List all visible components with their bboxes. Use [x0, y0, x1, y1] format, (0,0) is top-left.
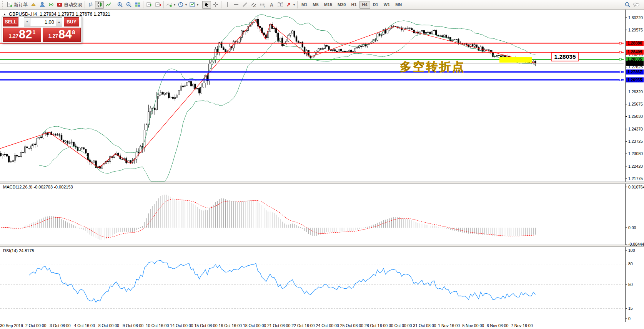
toolbar-separator: [297, 1, 298, 8]
profiles-button[interactable]: [38, 1, 47, 9]
trendline-button[interactable]: [240, 1, 249, 9]
autotrading-button[interactable]: 自动交易: [55, 1, 83, 9]
volume-up-button[interactable]: ▲: [56, 17, 62, 26]
market-watch-button[interactable]: [29, 1, 38, 9]
svg-text:1.30220: 1.30220: [628, 15, 643, 20]
tile-windows-button[interactable]: [133, 1, 142, 9]
buy-price-button[interactable]: 1.27 84 8: [43, 28, 81, 42]
timeframe-button-M30[interactable]: M30: [335, 1, 348, 9]
arrows-button[interactable]: ▾: [285, 1, 296, 9]
timeframe-button-M1[interactable]: M1: [299, 1, 310, 9]
timeframe-button-M5[interactable]: M5: [310, 1, 321, 9]
cursor-button[interactable]: [202, 1, 211, 9]
auto-scroll-button[interactable]: [153, 1, 162, 9]
svg-text:1.21775: 1.21775: [628, 176, 643, 181]
chart-background: [0, 10, 644, 329]
text-label-button[interactable]: T: [276, 1, 285, 9]
svg-text:-0.004446: -0.004446: [628, 242, 644, 246]
svg-text:15: 15: [628, 306, 633, 311]
svg-text:16 Oct 16:00: 16 Oct 16:00: [219, 323, 242, 328]
gold-icon: [30, 2, 37, 8]
sell-price-pip: 1: [33, 29, 36, 35]
profile-icon: [39, 2, 45, 8]
main-toolbar: 新订单 自动交易: [0, 0, 644, 10]
collapse-panel-icon[interactable]: ▲: [3, 13, 6, 16]
cursor-icon: [204, 2, 210, 8]
svg-text:30 Oct 00:00: 30 Oct 00:00: [389, 323, 412, 328]
zoom-out-button[interactable]: [124, 1, 133, 9]
one-click-trading-panel: SELL ▼ ▲ BUY 1.27 82 1 1.27 84 8: [2, 16, 82, 43]
svg-text:9 Oct 08:00: 9 Oct 08:00: [123, 323, 143, 328]
svg-text:0: 0: [628, 316, 631, 321]
vertical-line-button[interactable]: [223, 1, 231, 9]
periods-button[interactable]: ▾: [176, 1, 188, 9]
arrow-object-icon: [286, 2, 292, 8]
fibonacci-button[interactable]: F: [258, 1, 267, 9]
svg-text:8 Oct 00:00: 8 Oct 00:00: [98, 323, 119, 328]
chart-shift-button[interactable]: [145, 1, 153, 9]
timeframe-button-D1[interactable]: D1: [370, 1, 381, 9]
sell-price-button[interactable]: 1.27 82 1: [3, 28, 41, 42]
dropdown-arrow-icon: ▾: [293, 3, 295, 7]
chat-button[interactable]: [632, 1, 641, 9]
volume-input[interactable]: [30, 17, 56, 26]
horizontal-line-button[interactable]: [231, 1, 240, 9]
hline-handle[interactable]: [619, 51, 621, 53]
indicators-button[interactable]: ▾: [165, 1, 176, 9]
svg-text:1.22420: 1.22420: [628, 164, 643, 169]
chart-shift-icon: [146, 2, 152, 8]
autotrade-icon: [57, 2, 63, 8]
search-icon: [624, 2, 631, 8]
buy-price-main: 84: [58, 29, 72, 40]
highlight-rectangle[interactable]: [499, 57, 532, 63]
chart-window: 1.302201.295751.282701.276251.263201.256…: [0, 10, 644, 329]
fibonacci-icon: F: [260, 2, 266, 8]
timeframe-button-H4[interactable]: H4: [359, 1, 370, 9]
signals-button[interactable]: [47, 1, 55, 9]
svg-text:1.24370: 1.24370: [628, 127, 643, 131]
chart-canvas[interactable]: 1.302201.295751.282701.276251.263201.256…: [0, 10, 644, 329]
line-chart-button[interactable]: [104, 1, 113, 9]
timeframe-button-MN[interactable]: MN: [393, 1, 404, 9]
equidistant-channel-button[interactable]: E: [249, 1, 258, 9]
svg-text:7 Nov 16:00: 7 Nov 16:00: [511, 323, 533, 328]
buy-price-pip: 8: [72, 29, 75, 35]
zoom-in-button[interactable]: [115, 1, 124, 9]
svg-text:14 Oct 00:00: 14 Oct 00:00: [170, 323, 193, 328]
bar-chart-icon: [88, 2, 94, 8]
volume-down-button[interactable]: ▼: [24, 17, 30, 26]
clock-icon: [178, 2, 184, 8]
hline-handle[interactable]: [619, 42, 621, 44]
hline-handle[interactable]: [619, 79, 621, 81]
templates-button[interactable]: ▾: [188, 1, 200, 9]
turning-point-annotation[interactable]: 多空转折点: [400, 60, 465, 73]
svg-text:1.25030: 1.25030: [628, 114, 643, 119]
bar-chart-button[interactable]: [86, 1, 95, 9]
crosshair-button[interactable]: [211, 1, 220, 9]
timeframe-button-H1[interactable]: H1: [348, 1, 359, 9]
new-order-button[interactable]: 新订单: [5, 1, 29, 9]
timeframe-button-W1[interactable]: W1: [381, 1, 393, 9]
buy-button[interactable]: BUY: [64, 17, 79, 26]
template-icon: [189, 2, 195, 8]
search-button[interactable]: [623, 1, 632, 9]
horizontal-line-icon: [233, 2, 239, 8]
timeframe-button-M15[interactable]: M15: [321, 1, 335, 9]
svg-text:30 Sep 2019: 30 Sep 2019: [0, 323, 23, 328]
hline-handle[interactable]: [619, 71, 621, 73]
toolbar-separator: [221, 1, 221, 8]
svg-text:100: 100: [628, 248, 635, 253]
crosshair-icon: [213, 2, 219, 8]
toolbar-grip: [2, 1, 4, 8]
svg-text:F: F: [264, 6, 265, 8]
svg-text:21 Oct 08:00: 21 Oct 08:00: [267, 323, 290, 328]
candlestick-chart-button[interactable]: [95, 1, 104, 9]
svg-text:0.00: 0.00: [628, 225, 636, 230]
sell-button[interactable]: SELL: [3, 17, 18, 26]
svg-text:6 Nov 08:00: 6 Nov 08:00: [487, 323, 509, 328]
autotrade-label: 自动交易: [64, 2, 82, 8]
svg-text:1.23725: 1.23725: [628, 139, 643, 144]
hline-handle[interactable]: [619, 58, 621, 60]
svg-text:1 Nov 16:00: 1 Nov 16:00: [438, 323, 460, 328]
text-button[interactable]: A: [267, 1, 276, 9]
